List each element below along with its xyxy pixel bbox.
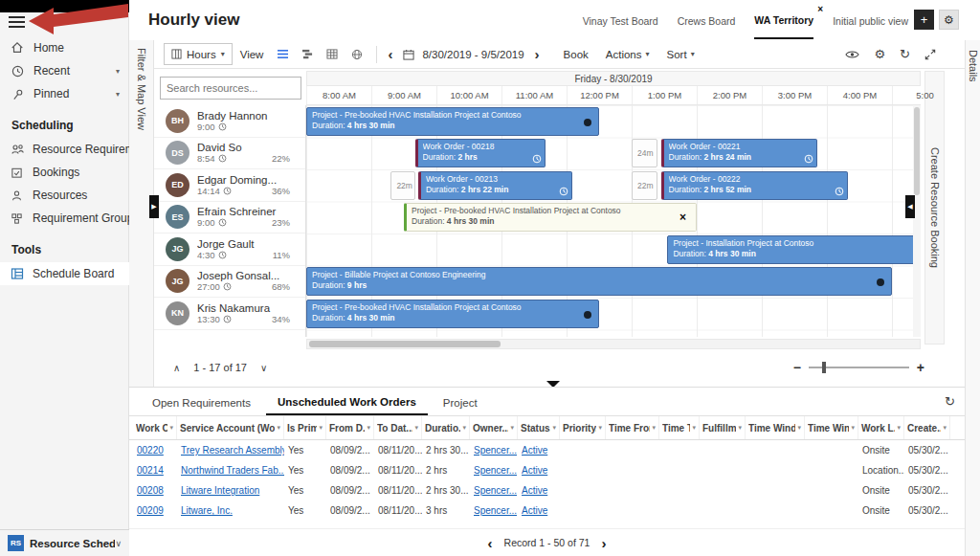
zoom-in-button[interactable]: + bbox=[917, 361, 924, 374]
hours-scale-select[interactable]: Hours ▾ bbox=[164, 43, 233, 65]
refresh-icon[interactable]: ↻ bbox=[945, 394, 955, 409]
column-header[interactable]: Is Prim...▾ bbox=[284, 416, 326, 439]
column-header[interactable]: Service Account (Wo...▾ bbox=[177, 416, 284, 439]
previous-page-icon[interactable]: ‹ bbox=[488, 536, 493, 550]
filter-caret-icon[interactable]: ▾ bbox=[319, 424, 323, 432]
filter-caret-icon[interactable]: ▾ bbox=[367, 424, 370, 432]
right-panel-expander[interactable]: ◀ bbox=[905, 195, 915, 218]
filter-caret-icon[interactable]: ▾ bbox=[510, 424, 514, 432]
column-header[interactable]: To Dat...▾ bbox=[374, 416, 422, 439]
column-header[interactable]: Work O...▾ bbox=[133, 416, 177, 439]
table-cell-link[interactable]: Active bbox=[518, 485, 560, 496]
column-header[interactable]: Owner...▾ bbox=[470, 416, 518, 439]
column-header[interactable]: From D...▾ bbox=[326, 416, 374, 439]
visibility-icon[interactable] bbox=[845, 50, 859, 59]
table-view-button[interactable] bbox=[321, 44, 344, 65]
gantt-view-button[interactable] bbox=[296, 44, 319, 65]
table-row[interactable]: 00209Litware, Inc.Yes08/09/2...08/11/20.… bbox=[133, 500, 965, 521]
scrollbar-thumb[interactable] bbox=[309, 341, 501, 347]
filter-panel-expander[interactable]: ▶ bbox=[149, 195, 159, 218]
column-header[interactable]: Duratio...▾ bbox=[422, 416, 470, 439]
column-header[interactable]: Status...▾ bbox=[518, 416, 560, 439]
calendar-icon[interactable] bbox=[403, 49, 414, 60]
table-row[interactable]: 00220Trey Research Assembly...Yes08/09/2… bbox=[133, 440, 965, 460]
table-row[interactable]: 00208Litware IntegrationYes08/09/2...08/… bbox=[133, 480, 965, 500]
table-cell-link[interactable]: Active bbox=[518, 505, 560, 516]
table-cell-link[interactable]: 00214 bbox=[133, 465, 177, 476]
table-cell-link[interactable]: Spencer... bbox=[470, 465, 518, 476]
column-header[interactable]: Create...▾ bbox=[904, 416, 950, 439]
filter-caret-icon[interactable]: ▾ bbox=[692, 424, 696, 432]
filter-caret-icon[interactable]: ▾ bbox=[738, 424, 742, 432]
sidebar-item-schedule-board[interactable]: Schedule Board bbox=[0, 262, 129, 285]
table-cell-link[interactable]: Litware, Inc. bbox=[177, 505, 284, 516]
fullscreen-icon[interactable] bbox=[924, 49, 936, 60]
collapse-up-icon[interactable]: ∧ bbox=[167, 363, 186, 373]
booking-workorder[interactable]: Work Order - 00221Duration: 2 hrs 24 min bbox=[661, 139, 817, 167]
column-header[interactable]: Fulfillm...▾ bbox=[700, 416, 746, 439]
booking-workorder[interactable]: Work Order - 00218Duration: 2 hrs bbox=[415, 139, 546, 167]
table-cell-link[interactable]: Trey Research Assembly... bbox=[177, 445, 284, 456]
board-tab[interactable]: WA Territory× bbox=[754, 1, 813, 39]
filter-caret-icon[interactable]: ▾ bbox=[943, 424, 947, 432]
sidebar-item-pinned[interactable]: Pinned ▾ bbox=[0, 82, 129, 105]
create-resource-booking-tab[interactable]: Create Resource Booking bbox=[924, 71, 945, 345]
hamburger-menu-icon[interactable] bbox=[9, 16, 25, 28]
table-cell-link[interactable]: Active bbox=[518, 465, 560, 476]
panel-tab[interactable]: Unscheduled Work Orders bbox=[266, 389, 428, 415]
table-cell-link[interactable]: 00208 bbox=[133, 485, 177, 496]
list-view-button[interactable] bbox=[271, 44, 294, 65]
sidebar-item-resource-requirements[interactable]: Resource Requireme... bbox=[0, 138, 129, 161]
booking-workorder[interactable]: Work Order - 00213Duration: 2 hrs 22 min bbox=[418, 171, 572, 200]
booking-travel[interactable]: 24m bbox=[632, 139, 657, 167]
scrollbar-thumb[interactable] bbox=[914, 107, 920, 195]
table-cell-link[interactable]: 00220 bbox=[133, 445, 177, 456]
filter-caret-icon[interactable]: ▾ bbox=[414, 424, 418, 432]
filter-caret-icon[interactable]: ▾ bbox=[169, 424, 173, 432]
sidebar-item-requirement-groups[interactable]: Requirement Groups bbox=[0, 207, 129, 230]
filter-caret-icon[interactable]: ▾ bbox=[797, 424, 801, 432]
actions-menu[interactable]: Actions▾ bbox=[606, 49, 650, 60]
gear-icon[interactable]: ⚙ bbox=[874, 48, 885, 60]
booking-travel[interactable]: 22m bbox=[632, 171, 657, 200]
zoom-out-button[interactable]: − bbox=[793, 361, 801, 374]
sidebar-item-resources[interactable]: Resources bbox=[0, 184, 129, 207]
board-tab[interactable]: Vinay Test Board bbox=[583, 2, 658, 38]
resource-row[interactable]: JGJoseph Gonsal...27:0068% bbox=[154, 266, 305, 299]
filter-caret-icon[interactable]: ▾ bbox=[897, 424, 901, 432]
close-tab-icon[interactable]: × bbox=[817, 4, 823, 14]
date-range[interactable]: 8/30/2019 - 9/5/2019 bbox=[422, 49, 523, 60]
table-cell-link[interactable]: Spencer... bbox=[470, 505, 518, 516]
column-header[interactable]: Priority...▾ bbox=[560, 416, 606, 439]
grid-vertical-scrollbar[interactable] bbox=[913, 105, 921, 337]
column-header[interactable]: Time Window...▾ bbox=[746, 416, 805, 439]
booking-project[interactable]: Project - Pre-booked HVAC Installation P… bbox=[306, 107, 599, 136]
booking-project[interactable]: Project - Pre-booked HVAC Installation P… bbox=[306, 300, 599, 328]
table-row[interactable]: 00214Northwind Traders Fab...Yes08/09/2.… bbox=[133, 460, 965, 480]
chevron-down-icon[interactable]: ▾ bbox=[116, 90, 120, 99]
column-header[interactable]: Time T...▾ bbox=[659, 416, 700, 439]
grid-horizontal-scrollbar[interactable] bbox=[306, 339, 921, 349]
book-button[interactable]: Book bbox=[564, 49, 589, 60]
table-cell-link[interactable]: Northwind Traders Fab... bbox=[177, 465, 284, 476]
filter-caret-icon[interactable]: ▾ bbox=[277, 424, 280, 432]
filter-caret-icon[interactable]: ▾ bbox=[462, 424, 466, 432]
sidebar-item-recent[interactable]: Recent ▾ bbox=[0, 59, 129, 82]
board-settings-button[interactable]: ⚙ bbox=[939, 10, 959, 30]
search-input[interactable] bbox=[161, 82, 308, 94]
zoom-slider[interactable] bbox=[809, 367, 909, 368]
view-menu[interactable]: View bbox=[240, 49, 264, 60]
resource-row[interactable]: BHBrady Hannon9:00 bbox=[154, 105, 305, 138]
filter-caret-icon[interactable]: ▾ bbox=[552, 424, 556, 432]
chevron-down-icon[interactable]: ▾ bbox=[116, 67, 120, 76]
resource-row[interactable]: ESEfrain Schreiner9:0023% bbox=[154, 202, 305, 234]
next-range-button[interactable]: › bbox=[532, 47, 543, 61]
column-header[interactable]: Time Wind...▾ bbox=[805, 416, 858, 439]
resource-row[interactable]: DSDavid So8:5422% bbox=[154, 138, 305, 170]
table-cell-link[interactable]: Litware Integration bbox=[177, 485, 284, 496]
expand-down-icon[interactable]: ∨ bbox=[255, 363, 273, 373]
column-header[interactable]: Time From...▾ bbox=[606, 416, 659, 439]
table-cell-link[interactable]: Spencer... bbox=[470, 485, 518, 496]
filter-caret-icon[interactable]: ▾ bbox=[598, 424, 602, 432]
close-icon[interactable]: × bbox=[679, 211, 686, 226]
